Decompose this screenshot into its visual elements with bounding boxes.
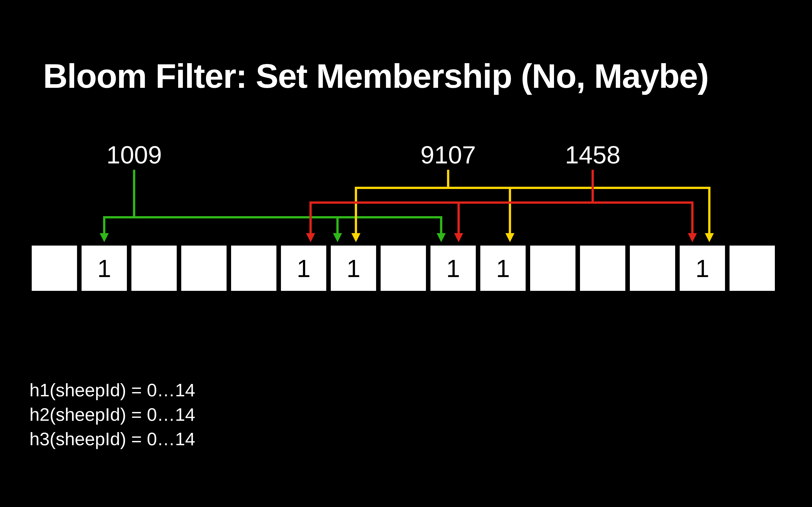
item-9107-arrowhead-0 [351,233,360,242]
bit-cell [580,245,625,291]
item-9107-arrowhead-1 [505,233,514,242]
item-1458-label: 1458 [565,140,620,169]
item-9107-label: 9107 [420,140,476,169]
slide-title: Bloom Filter: Set Membership (No, Maybe) [43,57,708,96]
hash-legend-line-3: h3(sheepId) = 0…14 [30,427,195,451]
hash-legend: h1(sheepId) = 0…14 h2(sheepId) = 0…14 h3… [30,378,195,451]
hash-legend-line-1: h1(sheepId) = 0…14 [30,378,195,402]
item-1009-arrowhead-0 [100,233,109,242]
bit-cell [630,245,675,291]
bit-cell: 1 [480,245,526,291]
bit-cell [530,245,575,291]
bit-cell [729,245,775,291]
bit-cell: 1 [281,245,326,291]
bit-cell [231,245,276,291]
bit-cell [181,245,226,291]
bit-array: 111111 [32,245,775,291]
item-1458-arrowhead-1 [454,233,463,242]
bit-cell [380,245,426,291]
item-1458-arrowhead-2 [688,233,697,242]
bit-cell: 1 [82,245,127,291]
bit-cell: 1 [331,245,376,291]
bit-cell: 1 [430,245,476,291]
item-9107-arrowhead-2 [705,233,714,242]
bit-cell [132,245,177,291]
item-1458-arrowhead-0 [306,233,315,242]
item-1009-label: 1009 [106,140,162,169]
item-1009-arrowhead-1 [333,233,342,242]
bit-cell: 1 [680,245,725,291]
item-1009-arrowhead-2 [437,233,446,242]
hash-legend-line-2: h2(sheepId) = 0…14 [30,402,195,427]
diagram-stage: Bloom Filter: Set Membership (No, Maybe)… [0,0,812,507]
bit-cell [32,245,77,291]
